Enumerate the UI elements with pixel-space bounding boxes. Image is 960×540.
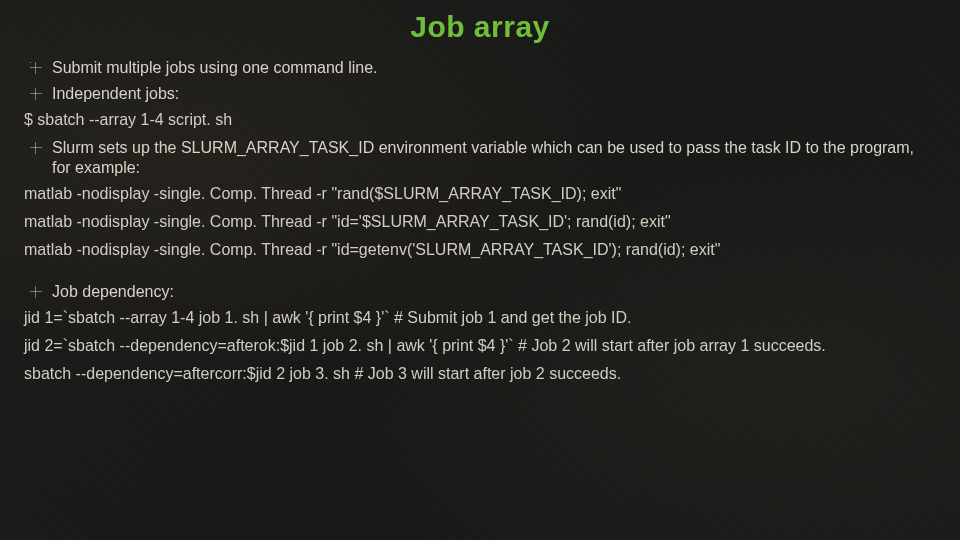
slide-title: Job array [24,10,936,44]
sparkle-icon [30,286,42,298]
bullet-text: Slurm sets up the SLURM_ARRAY_TASK_ID en… [52,138,936,178]
code-line: jid 1=`sbatch --array 1-4 job 1. sh | aw… [24,308,936,328]
sparkle-icon [30,62,42,74]
code-line: matlab -nodisplay -single. Comp. Thread … [24,212,936,232]
bullet-text: Independent jobs: [52,84,179,104]
code-line: matlab -nodisplay -single. Comp. Thread … [24,184,936,204]
bullet-text: Job dependency: [52,282,174,302]
bullet-text: Submit multiple jobs using one command l… [52,58,378,78]
code-line: sbatch --dependency=aftercorr:$jid 2 job… [24,364,936,384]
bullet-item: Slurm sets up the SLURM_ARRAY_TASK_ID en… [30,138,936,178]
sparkle-icon [30,88,42,100]
sparkle-icon [30,142,42,154]
code-line: matlab -nodisplay -single. Comp. Thread … [24,240,936,260]
bullet-item: Independent jobs: [30,84,936,104]
code-line: jid 2=`sbatch --dependency=afterok:$jid … [24,336,936,356]
bullet-item: Submit multiple jobs using one command l… [30,58,936,78]
code-line: $ sbatch --array 1-4 script. sh [24,110,936,130]
bullet-item: Job dependency: [30,282,936,302]
